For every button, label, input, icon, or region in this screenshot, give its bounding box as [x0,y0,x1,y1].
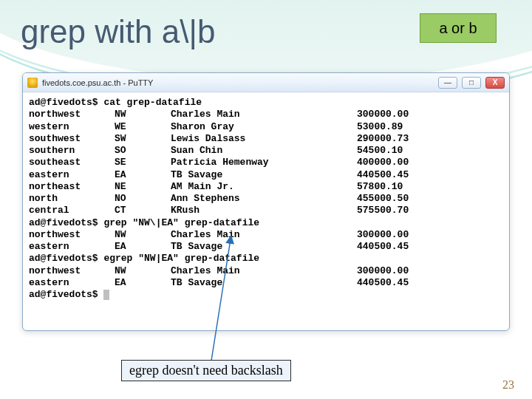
maximize-button[interactable]: □ [462,77,481,89]
table-row: westernWESharon Gray53000.89 [29,121,503,133]
prompt-line: ad@fivedots$ egrep "NW|EA" grep-datafile [29,253,503,265]
table-row: northwestNWCharles Main300000.00 [29,265,503,277]
prompt-line: ad@fivedots$ cat grep-datafile [29,97,503,109]
page-number: 23 [502,378,514,392]
table-row: northwestNWCharles Main300000.00 [29,229,503,241]
minimize-button[interactable]: — [438,77,457,89]
prompt-line: ad@fivedots$ grep "NW\|EA" grep-datafile [29,217,503,229]
slide-title: grep with a\|b [21,13,215,50]
table-row: easternEATB Savage440500.45 [29,169,503,181]
table-row: centralCTKRush575500.70 [29,205,503,216]
prompt-line: ad@fivedots$ [29,289,503,301]
close-button[interactable]: X [485,77,505,89]
putty-icon [27,78,38,88]
table-row: northeastNEAM Main Jr.57800.10 [29,181,503,193]
annotation-note: egrep doesn't need backslash [121,360,291,381]
table-row: easternEATB Savage440500.45 [29,277,503,289]
table-row: southeastSEPatricia Hemenway400000.00 [29,157,503,168]
window-title: fivedots.coe.psu.ac.th - PuTTY [42,78,153,87]
window-titlebar: fivedots.coe.psu.ac.th - PuTTY — □ X [23,73,509,92]
explanation-badge: a or b [420,13,497,43]
terminal-window: fivedots.coe.psu.ac.th - PuTTY — □ X ad@… [22,72,510,331]
table-row: southernSOSuan Chin54500.10 [29,145,503,157]
cursor [103,290,109,300]
table-row: southwestSWLewis Dalsass290000.73 [29,133,503,145]
terminal-body[interactable]: ad@fivedots$ cat grep-datafilenorthwestN… [23,92,509,304]
table-row: easternEATB Savage440500.45 [29,241,503,253]
table-row: northwestNWCharles Main300000.00 [29,109,503,120]
table-row: northNOAnn Stephens455000.50 [29,193,503,205]
